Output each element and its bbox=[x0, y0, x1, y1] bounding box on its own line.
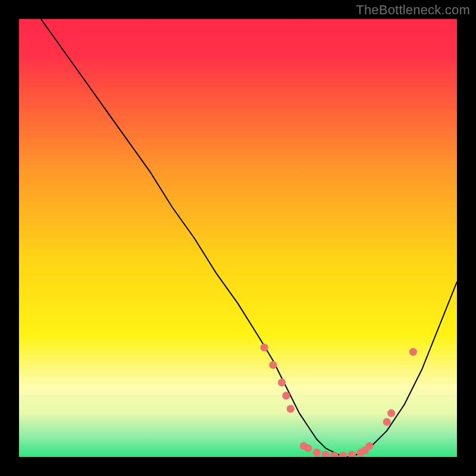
data-marker bbox=[269, 361, 277, 369]
data-marker bbox=[278, 378, 286, 386]
data-marker bbox=[287, 405, 295, 412]
data-marker bbox=[383, 418, 391, 425]
bottleneck-curve-path bbox=[41, 19, 457, 457]
data-marker bbox=[330, 452, 338, 457]
chart-frame: TheBottleneck.com bbox=[0, 0, 476, 476]
data-marker bbox=[313, 449, 321, 456]
data-marker bbox=[387, 409, 395, 417]
data-markers bbox=[261, 343, 417, 457]
data-marker bbox=[322, 451, 330, 457]
data-marker bbox=[339, 452, 347, 457]
bottleneck-curve-svg bbox=[19, 19, 457, 457]
data-marker bbox=[365, 442, 373, 450]
data-marker bbox=[348, 451, 356, 457]
plot-area bbox=[19, 19, 457, 457]
data-marker bbox=[304, 444, 312, 452]
data-marker bbox=[261, 343, 268, 351]
data-marker bbox=[282, 392, 290, 399]
data-marker bbox=[409, 348, 417, 356]
watermark-text: TheBottleneck.com bbox=[356, 2, 470, 18]
